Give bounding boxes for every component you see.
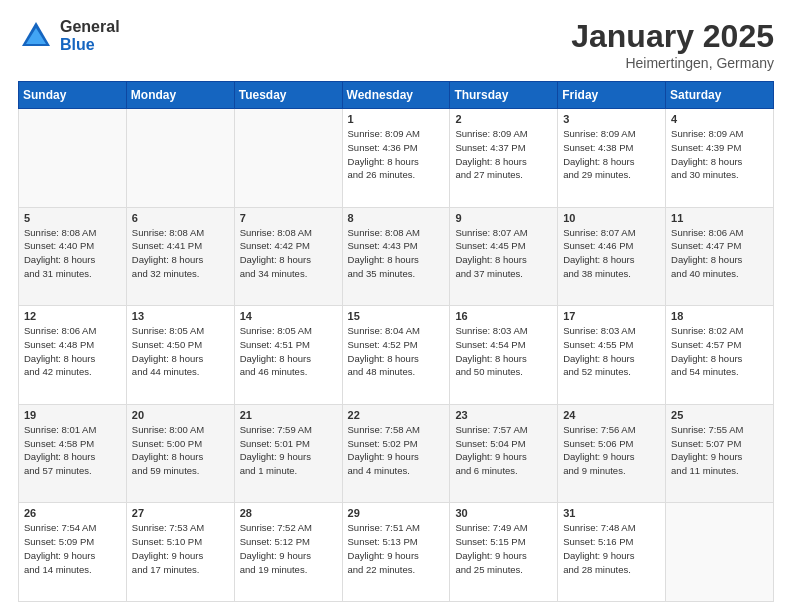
calendar-cell: 31Sunrise: 7:48 AM Sunset: 5:16 PM Dayli…: [558, 503, 666, 602]
calendar-cell: 3Sunrise: 8:09 AM Sunset: 4:38 PM Daylig…: [558, 109, 666, 208]
calendar-cell: 5Sunrise: 8:08 AM Sunset: 4:40 PM Daylig…: [19, 207, 127, 306]
day-number: 31: [563, 507, 660, 519]
day-info: Sunrise: 8:06 AM Sunset: 4:47 PM Dayligh…: [671, 226, 768, 281]
day-info: Sunrise: 8:07 AM Sunset: 4:45 PM Dayligh…: [455, 226, 552, 281]
day-info: Sunrise: 7:53 AM Sunset: 5:10 PM Dayligh…: [132, 521, 229, 576]
day-info: Sunrise: 8:05 AM Sunset: 4:51 PM Dayligh…: [240, 324, 337, 379]
day-info: Sunrise: 7:52 AM Sunset: 5:12 PM Dayligh…: [240, 521, 337, 576]
day-number: 8: [348, 212, 445, 224]
calendar-cell: 27Sunrise: 7:53 AM Sunset: 5:10 PM Dayli…: [126, 503, 234, 602]
calendar-cell: 23Sunrise: 7:57 AM Sunset: 5:04 PM Dayli…: [450, 404, 558, 503]
day-info: Sunrise: 7:59 AM Sunset: 5:01 PM Dayligh…: [240, 423, 337, 478]
calendar-cell: 30Sunrise: 7:49 AM Sunset: 5:15 PM Dayli…: [450, 503, 558, 602]
day-info: Sunrise: 7:55 AM Sunset: 5:07 PM Dayligh…: [671, 423, 768, 478]
calendar: SundayMondayTuesdayWednesdayThursdayFrid…: [18, 81, 774, 602]
day-info: Sunrise: 8:06 AM Sunset: 4:48 PM Dayligh…: [24, 324, 121, 379]
month-title: January 2025: [571, 18, 774, 55]
day-info: Sunrise: 8:05 AM Sunset: 4:50 PM Dayligh…: [132, 324, 229, 379]
calendar-cell: 28Sunrise: 7:52 AM Sunset: 5:12 PM Dayli…: [234, 503, 342, 602]
title-block: January 2025 Heimertingen, Germany: [571, 18, 774, 71]
location: Heimertingen, Germany: [571, 55, 774, 71]
day-number: 9: [455, 212, 552, 224]
calendar-cell: [19, 109, 127, 208]
calendar-cell: 7Sunrise: 8:08 AM Sunset: 4:42 PM Daylig…: [234, 207, 342, 306]
day-number: 21: [240, 409, 337, 421]
day-info: Sunrise: 8:09 AM Sunset: 4:37 PM Dayligh…: [455, 127, 552, 182]
day-number: 18: [671, 310, 768, 322]
logo-blue: Blue: [60, 36, 120, 54]
day-number: 19: [24, 409, 121, 421]
calendar-cell: 8Sunrise: 8:08 AM Sunset: 4:43 PM Daylig…: [342, 207, 450, 306]
day-number: 13: [132, 310, 229, 322]
calendar-cell: 14Sunrise: 8:05 AM Sunset: 4:51 PM Dayli…: [234, 306, 342, 405]
day-info: Sunrise: 8:09 AM Sunset: 4:36 PM Dayligh…: [348, 127, 445, 182]
weekday-header: Friday: [558, 82, 666, 109]
day-info: Sunrise: 8:09 AM Sunset: 4:39 PM Dayligh…: [671, 127, 768, 182]
calendar-cell: [666, 503, 774, 602]
logo-text: General Blue: [60, 18, 120, 53]
calendar-cell: 29Sunrise: 7:51 AM Sunset: 5:13 PM Dayli…: [342, 503, 450, 602]
day-number: 22: [348, 409, 445, 421]
day-info: Sunrise: 8:08 AM Sunset: 4:40 PM Dayligh…: [24, 226, 121, 281]
day-number: 6: [132, 212, 229, 224]
calendar-cell: 6Sunrise: 8:08 AM Sunset: 4:41 PM Daylig…: [126, 207, 234, 306]
day-number: 12: [24, 310, 121, 322]
day-number: 27: [132, 507, 229, 519]
logo-general: General: [60, 18, 120, 36]
day-info: Sunrise: 8:08 AM Sunset: 4:41 PM Dayligh…: [132, 226, 229, 281]
calendar-cell: 2Sunrise: 8:09 AM Sunset: 4:37 PM Daylig…: [450, 109, 558, 208]
calendar-cell: 20Sunrise: 8:00 AM Sunset: 5:00 PM Dayli…: [126, 404, 234, 503]
day-number: 26: [24, 507, 121, 519]
day-info: Sunrise: 7:56 AM Sunset: 5:06 PM Dayligh…: [563, 423, 660, 478]
day-number: 14: [240, 310, 337, 322]
calendar-cell: 26Sunrise: 7:54 AM Sunset: 5:09 PM Dayli…: [19, 503, 127, 602]
day-info: Sunrise: 8:08 AM Sunset: 4:43 PM Dayligh…: [348, 226, 445, 281]
calendar-cell: 1Sunrise: 8:09 AM Sunset: 4:36 PM Daylig…: [342, 109, 450, 208]
weekday-header: Wednesday: [342, 82, 450, 109]
day-info: Sunrise: 7:54 AM Sunset: 5:09 PM Dayligh…: [24, 521, 121, 576]
weekday-header: Sunday: [19, 82, 127, 109]
day-number: 16: [455, 310, 552, 322]
calendar-cell: 10Sunrise: 8:07 AM Sunset: 4:46 PM Dayli…: [558, 207, 666, 306]
day-info: Sunrise: 7:57 AM Sunset: 5:04 PM Dayligh…: [455, 423, 552, 478]
calendar-cell: 13Sunrise: 8:05 AM Sunset: 4:50 PM Dayli…: [126, 306, 234, 405]
page: General Blue January 2025 Heimertingen, …: [0, 0, 792, 612]
weekday-header: Saturday: [666, 82, 774, 109]
day-info: Sunrise: 8:01 AM Sunset: 4:58 PM Dayligh…: [24, 423, 121, 478]
calendar-cell: [234, 109, 342, 208]
day-number: 10: [563, 212, 660, 224]
day-number: 30: [455, 507, 552, 519]
calendar-cell: 18Sunrise: 8:02 AM Sunset: 4:57 PM Dayli…: [666, 306, 774, 405]
day-info: Sunrise: 8:02 AM Sunset: 4:57 PM Dayligh…: [671, 324, 768, 379]
logo: General Blue: [18, 18, 120, 54]
logo-icon: [18, 18, 54, 54]
day-number: 2: [455, 113, 552, 125]
day-info: Sunrise: 7:51 AM Sunset: 5:13 PM Dayligh…: [348, 521, 445, 576]
calendar-cell: 11Sunrise: 8:06 AM Sunset: 4:47 PM Dayli…: [666, 207, 774, 306]
calendar-cell: 12Sunrise: 8:06 AM Sunset: 4:48 PM Dayli…: [19, 306, 127, 405]
calendar-cell: 22Sunrise: 7:58 AM Sunset: 5:02 PM Dayli…: [342, 404, 450, 503]
calendar-cell: 17Sunrise: 8:03 AM Sunset: 4:55 PM Dayli…: [558, 306, 666, 405]
day-number: 5: [24, 212, 121, 224]
calendar-cell: 9Sunrise: 8:07 AM Sunset: 4:45 PM Daylig…: [450, 207, 558, 306]
day-number: 4: [671, 113, 768, 125]
header: General Blue January 2025 Heimertingen, …: [18, 18, 774, 71]
day-number: 11: [671, 212, 768, 224]
calendar-week-row: 5Sunrise: 8:08 AM Sunset: 4:40 PM Daylig…: [19, 207, 774, 306]
day-number: 17: [563, 310, 660, 322]
day-number: 7: [240, 212, 337, 224]
day-number: 3: [563, 113, 660, 125]
day-info: Sunrise: 8:09 AM Sunset: 4:38 PM Dayligh…: [563, 127, 660, 182]
day-number: 1: [348, 113, 445, 125]
day-info: Sunrise: 8:04 AM Sunset: 4:52 PM Dayligh…: [348, 324, 445, 379]
calendar-week-row: 1Sunrise: 8:09 AM Sunset: 4:36 PM Daylig…: [19, 109, 774, 208]
calendar-cell: 19Sunrise: 8:01 AM Sunset: 4:58 PM Dayli…: [19, 404, 127, 503]
day-info: Sunrise: 8:00 AM Sunset: 5:00 PM Dayligh…: [132, 423, 229, 478]
calendar-cell: 15Sunrise: 8:04 AM Sunset: 4:52 PM Dayli…: [342, 306, 450, 405]
day-info: Sunrise: 8:03 AM Sunset: 4:55 PM Dayligh…: [563, 324, 660, 379]
day-number: 28: [240, 507, 337, 519]
day-number: 29: [348, 507, 445, 519]
calendar-cell: 4Sunrise: 8:09 AM Sunset: 4:39 PM Daylig…: [666, 109, 774, 208]
calendar-cell: 16Sunrise: 8:03 AM Sunset: 4:54 PM Dayli…: [450, 306, 558, 405]
day-info: Sunrise: 8:07 AM Sunset: 4:46 PM Dayligh…: [563, 226, 660, 281]
